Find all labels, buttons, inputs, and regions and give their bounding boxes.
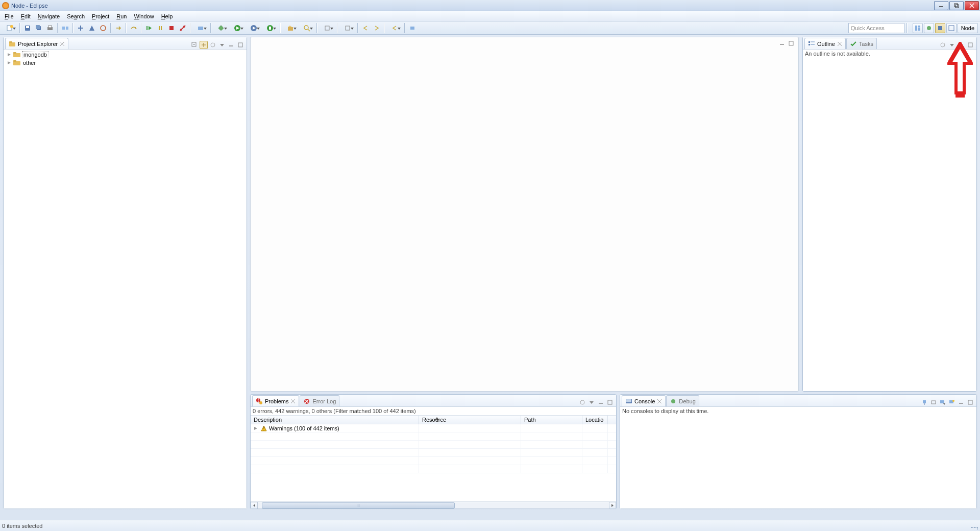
toggle-breadcrumb-button[interactable] [60,23,70,33]
view-menu-button[interactable] [218,41,226,49]
tab-tasks[interactable]: Tasks [846,38,877,49]
open-perspective-button[interactable] [913,23,923,33]
new-java-button[interactable] [283,23,298,33]
menu-run[interactable]: Run [113,12,130,20]
nav-forward-button[interactable] [372,23,382,33]
view-menu-button[interactable] [948,41,956,49]
node-perspective-button[interactable]: Node [958,23,978,33]
open-console-dd-button[interactable] [939,398,947,406]
expand-icon[interactable] [7,60,12,65]
svg-rect-56 [13,52,16,54]
maximize-view-button[interactable] [236,41,244,49]
terminate-button[interactable] [166,23,177,33]
java-perspective-button[interactable] [935,23,945,33]
minimize-editor-button[interactable] [778,39,786,47]
maximize-view-button[interactable] [966,41,974,49]
minimize-view-button[interactable] [227,41,235,49]
col-path[interactable]: Path [521,416,582,424]
external-tools-button[interactable] [262,23,278,33]
suspend-button[interactable] [155,23,165,33]
resume-button[interactable] [144,23,154,33]
next-annotation-button[interactable] [340,23,355,33]
minimize-button[interactable] [934,1,948,10]
resize-grip[interactable] [971,522,978,529]
close-icon[interactable] [290,399,296,404]
tab-outline[interactable]: Outline [804,38,846,49]
collapse-all-button[interactable] [190,41,199,49]
pin-editor-button[interactable] [407,23,418,33]
svg-rect-83 [626,399,631,402]
close-button[interactable] [965,1,979,10]
tab-problems[interactable]: ! Problems [252,395,299,406]
table-row[interactable]: ! Warnings (100 of 442 items) [251,424,616,432]
search-button[interactable] [299,23,314,33]
tab-project-explorer[interactable]: Project Explorer [5,38,68,49]
prev-annotation-button[interactable] [320,23,335,33]
maximize-button[interactable] [949,1,964,10]
print-button[interactable] [45,23,55,33]
tree-item-other[interactable]: other [4,59,247,67]
pin-console-button[interactable] [920,398,928,406]
tab-debug[interactable]: Debug [666,395,699,406]
nav-back-button[interactable] [360,23,371,33]
close-icon[interactable] [837,41,842,46]
quick-access-input[interactable]: Quick Access [848,23,904,33]
menu-help[interactable]: Help [158,12,177,20]
menu-search[interactable]: Search [63,12,88,20]
minimize-view-button[interactable] [597,398,605,406]
step-button[interactable] [113,23,124,33]
editor-area [250,37,799,392]
tab-console[interactable]: Console [622,395,666,406]
focus-button[interactable] [578,398,586,406]
maximize-view-button[interactable] [606,398,614,406]
project-tree[interactable]: mongodb other [4,50,247,68]
horizontal-scrollbar[interactable] [251,501,616,509]
step-over-button[interactable] [129,23,139,33]
build-all-button[interactable] [87,23,97,33]
svg-rect-46 [9,42,15,46]
menu-edit[interactable]: Edit [17,12,34,20]
scroll-thumb[interactable] [262,502,455,509]
maximize-editor-button[interactable] [787,39,795,47]
debug-button[interactable] [213,23,229,33]
resource-perspective-button[interactable] [946,23,957,33]
scroll-left-button[interactable] [251,502,258,509]
col-location[interactable]: Locatio [582,416,608,424]
maximize-view-button[interactable] [966,398,974,406]
new-button[interactable] [2,23,17,33]
run-button[interactable] [230,23,245,33]
new-console-dd-button[interactable] [948,398,956,406]
close-icon[interactable] [60,41,65,46]
save-button[interactable] [22,23,33,33]
expand-icon[interactable] [254,426,259,430]
menu-file[interactable]: File [1,12,17,20]
outline-message: An outline is not available. [803,50,976,58]
col-description[interactable]: Description [251,416,419,424]
menu-window[interactable]: Window [130,12,157,20]
menu-navigate[interactable]: Navigate [34,12,63,20]
col-resource[interactable]: Resource [419,416,521,424]
focus-button[interactable] [939,41,947,49]
focus-task-button[interactable] [209,41,217,49]
disconnect-button[interactable] [178,23,188,33]
svg-point-78 [580,400,584,404]
tab-errorlog[interactable]: Error Log [300,395,339,406]
display-console-button[interactable] [929,398,938,406]
build-button[interactable] [76,23,86,33]
run-last-button[interactable] [246,23,261,33]
expand-icon[interactable] [7,52,12,57]
link-editor-button[interactable] [200,41,208,49]
minimize-view-button[interactable] [957,41,965,49]
launch-mode-button[interactable] [193,23,208,33]
menu-project[interactable]: Project [88,12,113,20]
debug-perspective-button[interactable] [924,23,934,33]
minimize-view-button[interactable] [957,398,965,406]
toggle-mark-button[interactable] [98,23,108,33]
close-icon[interactable] [657,399,662,404]
save-all-button[interactable] [34,23,44,33]
tree-item-mongodb[interactable]: mongodb [4,51,247,59]
tab-label: Tasks [859,41,873,47]
scroll-right-button[interactable] [609,502,616,509]
view-menu-button[interactable] [587,398,596,406]
nav-back-dd-button[interactable] [387,23,402,33]
